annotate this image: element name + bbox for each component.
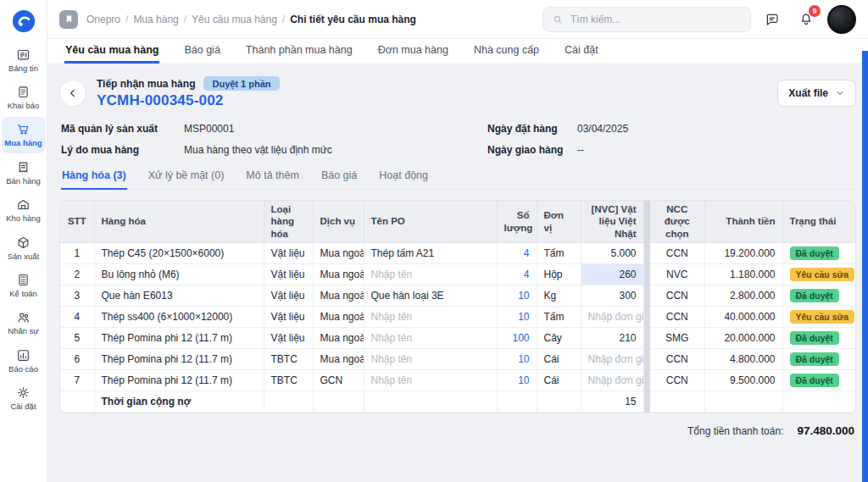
cell-ncc: SMG bbox=[650, 328, 704, 349]
cell-po[interactable]: Nhập tên bbox=[364, 264, 497, 285]
cell-price[interactable]: 5.000 bbox=[581, 243, 643, 264]
col-header-qty: Số lượng bbox=[497, 201, 537, 243]
title-block: Tiếp nhận mua hàng Duyệt 1 phần YCMH-000… bbox=[97, 76, 280, 109]
breadcrumb-app-icon[interactable] bbox=[59, 10, 78, 29]
sidebar-item-nhan-su[interactable]: Nhân sự bbox=[2, 305, 46, 341]
cell-type: TBTC bbox=[264, 370, 313, 391]
breadcrumb-item[interactable]: Mua hàng bbox=[133, 14, 178, 25]
sidebar-item-label: Kế toán bbox=[9, 290, 37, 299]
sidebar-item-kho-hang[interactable]: Kho hàng bbox=[2, 192, 46, 229]
vertical-scrollbar[interactable] bbox=[862, 51, 868, 482]
info-value: -- bbox=[577, 144, 854, 156]
row-status-badge: Đã duyệt bbox=[790, 352, 839, 366]
sidebar-item-mua-hang[interactable]: Mua hàng bbox=[2, 117, 46, 153]
cell-price[interactable]: 260 bbox=[581, 264, 643, 285]
sidebar-item-cai-dat[interactable]: Cài đặt bbox=[2, 380, 46, 417]
col-header-type: Loại hàng hóa bbox=[264, 201, 313, 243]
detail-subtabs: Hàng hóa (3)Xử lý bề mặt (0)Mô tả thêmBá… bbox=[59, 169, 856, 190]
main-area: Onepro/Mua hàng/Yêu cầu mua hàng/Chi tiế… bbox=[47, 0, 868, 482]
frozen-column-divider bbox=[643, 349, 650, 370]
row-status-badge: Đã duyệt bbox=[790, 374, 839, 387]
sidebar-item-label: Bán hàng bbox=[6, 177, 41, 186]
tab-cai-dat[interactable]: Cài đặt bbox=[564, 39, 599, 64]
notifications-button[interactable]: 9 bbox=[793, 7, 819, 32]
sidebar-item-label: Mua hàng bbox=[4, 139, 42, 148]
tab-don-mua-hang[interactable]: Đơn mua hàng bbox=[377, 39, 449, 64]
subtab-hang-hoa[interactable]: Hàng hóa (3) bbox=[61, 169, 127, 190]
tab-thanh-phan-mua-hang[interactable]: Thành phần mua hàng bbox=[245, 39, 353, 64]
cell-price[interactable]: 210 bbox=[581, 328, 643, 349]
sidebar-item-ke-toan[interactable]: Kế toán bbox=[2, 268, 46, 304]
search-input[interactable]: Tìm kiếm... bbox=[542, 7, 751, 32]
cell-ncc: CCN bbox=[650, 285, 704, 307]
cell-po[interactable]: Que hàn loại 3E bbox=[364, 285, 497, 307]
sidebar-item-san-xuat[interactable]: Sản xuất bbox=[2, 230, 46, 267]
footer-empty-cell bbox=[537, 391, 581, 413]
cell-price[interactable]: 300 bbox=[581, 285, 643, 307]
cell-po[interactable]: Thép tấm A21 bbox=[364, 243, 497, 264]
sidebar-item-khai-bao[interactable]: Khai báo bbox=[2, 80, 46, 116]
sidebar-item-bao-cao[interactable]: Báo cáo bbox=[2, 343, 46, 380]
cell-qty[interactable]: 10 bbox=[497, 370, 537, 391]
cell-po[interactable]: Nhập tên bbox=[364, 328, 497, 349]
tab-bao-gia[interactable]: Báo giá bbox=[183, 39, 220, 64]
cell-ncc: CCN bbox=[650, 307, 704, 328]
cell-ncc: NVC bbox=[650, 264, 704, 285]
cell-name: Thép ss400 (6×1000×12000) bbox=[94, 307, 264, 328]
cell-stt: 7 bbox=[60, 370, 94, 391]
cell-po[interactable]: Nhập tên bbox=[364, 349, 497, 370]
subtab-xu-ly-be-mat[interactable]: Xử lý bề mặt (0) bbox=[147, 169, 225, 190]
cell-po[interactable]: Nhập tên bbox=[364, 307, 497, 328]
cell-price[interactable]: Nhập đơn giá bbox=[581, 370, 643, 391]
sidebar-item-bang-tin[interactable]: Bảng tin bbox=[2, 42, 46, 79]
info-grid: Mã quản lý sản xuấtMSP00001Ngày đặt hàng… bbox=[61, 123, 854, 156]
cell-price[interactable]: Nhập đơn giá bbox=[581, 349, 643, 370]
subtab-mo-ta-them[interactable]: Mô tả thêm bbox=[245, 169, 300, 190]
cell-service: Mua ngoài bbox=[313, 349, 364, 370]
sidebar: Bảng tinKhai báoMua hàngBán hàngKho hàng… bbox=[0, 0, 47, 482]
footer-empty-cell bbox=[704, 391, 782, 413]
cell-ncc: CCN bbox=[650, 243, 704, 264]
breadcrumb-item[interactable]: Yêu cầu mua hàng bbox=[192, 14, 277, 25]
cell-stt: 6 bbox=[60, 349, 94, 370]
sidebar-item-ban-hang[interactable]: Bán hàng bbox=[2, 155, 46, 191]
cell-qty[interactable]: 10 bbox=[497, 349, 537, 370]
cell-stt: 4 bbox=[60, 307, 94, 328]
breadcrumb-separator: / bbox=[125, 14, 128, 25]
chat-button[interactable] bbox=[760, 7, 785, 32]
tab-nha-cung-cap[interactable]: Nhà cung cấp bbox=[473, 39, 540, 64]
col-header-service: Dịch vụ bbox=[313, 201, 364, 243]
export-file-button[interactable]: Xuất file bbox=[777, 80, 856, 107]
cell-type: TBTC bbox=[264, 349, 313, 370]
cell-unit: Kg bbox=[537, 285, 581, 307]
cell-type: Vật liệu bbox=[264, 243, 313, 264]
row-status-badge: Đã duyệt bbox=[790, 289, 839, 302]
cell-po[interactable]: Nhập tên bbox=[364, 370, 497, 391]
cart-icon bbox=[16, 122, 31, 136]
row-status-badge: Yêu cầu sửa bbox=[790, 310, 854, 324]
cell-name: Que hàn E6013 bbox=[94, 285, 264, 307]
cell-qty[interactable]: 100 bbox=[497, 328, 537, 349]
breadcrumb-item[interactable]: Onepro bbox=[86, 14, 120, 25]
cell-price[interactable]: Nhập đơn giá bbox=[581, 307, 643, 328]
cell-qty[interactable]: 4 bbox=[497, 243, 537, 264]
col-header-name: Hàng hóa bbox=[94, 201, 264, 243]
page-content: Tiếp nhận mua hàng Duyệt 1 phần YCMH-000… bbox=[47, 64, 868, 482]
cell-name: Thép Pomina phi 12 (11.7 m) bbox=[94, 349, 264, 370]
frozen-column-divider bbox=[643, 307, 650, 328]
sidebar-item-label: Cài đặt bbox=[10, 402, 36, 412]
back-button[interactable] bbox=[59, 80, 86, 107]
cell-status: Yêu cầu sửa! bbox=[782, 264, 856, 285]
tab-yeu-cau-mua-hang[interactable]: Yêu cầu mua hàng bbox=[64, 39, 159, 64]
subtab-bao-gia[interactable]: Báo giá bbox=[320, 169, 358, 190]
col-header-status: Trạng thái bbox=[782, 201, 856, 243]
cell-qty[interactable]: 10 bbox=[497, 307, 537, 328]
chevron-down-icon bbox=[835, 88, 845, 98]
app-logo[interactable] bbox=[11, 8, 36, 34]
cell-qty[interactable]: 4 bbox=[497, 264, 537, 285]
row-status-badge: Yêu cầu sửa bbox=[790, 268, 854, 281]
subtab-hoat-dong[interactable]: Hoạt động bbox=[378, 169, 429, 190]
cell-amount: 2.800.000 bbox=[704, 285, 782, 307]
avatar[interactable] bbox=[827, 5, 856, 34]
cell-qty[interactable]: 10 bbox=[497, 285, 537, 307]
